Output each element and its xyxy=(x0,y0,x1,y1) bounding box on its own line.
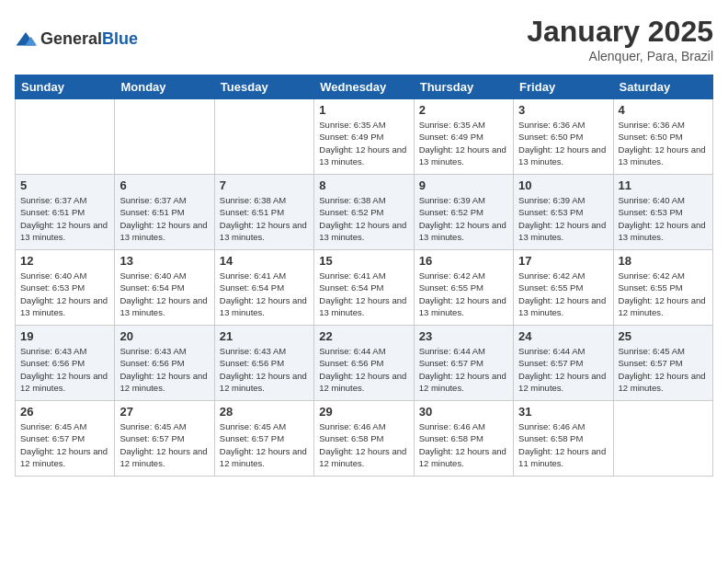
weekday-header-tuesday: Tuesday xyxy=(214,75,313,99)
calendar-cell: 17Sunrise: 6:42 AM Sunset: 6:55 PM Dayli… xyxy=(514,250,613,326)
week-row-3: 19Sunrise: 6:43 AM Sunset: 6:56 PM Dayli… xyxy=(16,326,713,401)
calendar-cell xyxy=(115,99,214,175)
month-title: January 2025 xyxy=(527,15,713,49)
day-number: 10 xyxy=(518,178,608,192)
day-info: Sunrise: 6:41 AM Sunset: 6:54 PM Dayligh… xyxy=(220,270,309,318)
calendar-cell xyxy=(214,99,313,175)
calendar-cell: 10Sunrise: 6:39 AM Sunset: 6:53 PM Dayli… xyxy=(514,175,613,250)
weekday-header-row: SundayMondayTuesdayWednesdayThursdayFrid… xyxy=(16,75,713,99)
day-info: Sunrise: 6:42 AM Sunset: 6:55 PM Dayligh… xyxy=(619,270,708,318)
day-number: 27 xyxy=(119,405,209,419)
day-info: Sunrise: 6:35 AM Sunset: 6:49 PM Dayligh… xyxy=(419,119,508,167)
location-title: Alenquer, Para, Brazil xyxy=(527,49,713,63)
calendar-cell: 14Sunrise: 6:41 AM Sunset: 6:54 PM Dayli… xyxy=(214,250,313,326)
calendar-cell: 22Sunrise: 6:44 AM Sunset: 6:56 PM Dayli… xyxy=(314,326,414,401)
day-number: 16 xyxy=(419,254,508,268)
day-info: Sunrise: 6:37 AM Sunset: 6:51 PM Dayligh… xyxy=(20,194,109,243)
day-info: Sunrise: 6:43 AM Sunset: 6:56 PM Dayligh… xyxy=(220,345,309,394)
weekday-header-saturday: Saturday xyxy=(613,75,712,99)
calendar-cell: 20Sunrise: 6:43 AM Sunset: 6:56 PM Dayli… xyxy=(115,326,214,401)
day-info: Sunrise: 6:40 AM Sunset: 6:54 PM Dayligh… xyxy=(119,270,209,318)
week-row-0: 1Sunrise: 6:35 AM Sunset: 6:49 PM Daylig… xyxy=(16,99,713,175)
week-row-1: 5Sunrise: 6:37 AM Sunset: 6:51 PM Daylig… xyxy=(16,175,713,250)
day-number: 25 xyxy=(619,329,708,343)
day-info: Sunrise: 6:39 AM Sunset: 6:52 PM Dayligh… xyxy=(419,194,508,243)
calendar-table: SundayMondayTuesdayWednesdayThursdayFrid… xyxy=(15,75,713,477)
day-info: Sunrise: 6:44 AM Sunset: 6:56 PM Dayligh… xyxy=(319,345,408,394)
day-number: 29 xyxy=(319,405,408,419)
calendar-cell: 27Sunrise: 6:45 AM Sunset: 6:57 PM Dayli… xyxy=(115,401,214,477)
day-number: 3 xyxy=(518,103,608,117)
calendar-cell: 23Sunrise: 6:44 AM Sunset: 6:57 PM Dayli… xyxy=(414,326,513,401)
day-info: Sunrise: 6:43 AM Sunset: 6:56 PM Dayligh… xyxy=(119,345,209,394)
calendar-cell: 5Sunrise: 6:37 AM Sunset: 6:51 PM Daylig… xyxy=(16,175,115,250)
calendar-cell: 4Sunrise: 6:36 AM Sunset: 6:50 PM Daylig… xyxy=(613,99,712,175)
day-info: Sunrise: 6:36 AM Sunset: 6:50 PM Dayligh… xyxy=(518,119,608,167)
header: GeneralBlue January 2025 Alenquer, Para,… xyxy=(15,15,713,63)
day-info: Sunrise: 6:46 AM Sunset: 6:58 PM Dayligh… xyxy=(419,420,508,469)
day-number: 8 xyxy=(319,178,408,192)
day-info: Sunrise: 6:45 AM Sunset: 6:57 PM Dayligh… xyxy=(119,420,209,469)
weekday-header-sunday: Sunday xyxy=(16,75,115,99)
day-number: 22 xyxy=(319,329,408,343)
calendar-cell: 31Sunrise: 6:46 AM Sunset: 6:58 PM Dayli… xyxy=(514,401,613,477)
calendar-cell: 7Sunrise: 6:38 AM Sunset: 6:51 PM Daylig… xyxy=(214,175,313,250)
day-info: Sunrise: 6:44 AM Sunset: 6:57 PM Dayligh… xyxy=(518,345,608,394)
day-number: 30 xyxy=(419,405,508,419)
day-info: Sunrise: 6:46 AM Sunset: 6:58 PM Dayligh… xyxy=(319,420,408,469)
calendar-cell xyxy=(613,401,712,477)
calendar-cell: 11Sunrise: 6:40 AM Sunset: 6:53 PM Dayli… xyxy=(613,175,712,250)
day-info: Sunrise: 6:43 AM Sunset: 6:56 PM Dayligh… xyxy=(20,345,109,394)
calendar-cell: 25Sunrise: 6:45 AM Sunset: 6:57 PM Dayli… xyxy=(613,326,712,401)
day-number: 14 xyxy=(220,254,309,268)
day-number: 26 xyxy=(20,405,109,419)
day-info: Sunrise: 6:41 AM Sunset: 6:54 PM Dayligh… xyxy=(319,270,408,318)
calendar-cell: 26Sunrise: 6:45 AM Sunset: 6:57 PM Dayli… xyxy=(16,401,115,477)
day-info: Sunrise: 6:45 AM Sunset: 6:57 PM Dayligh… xyxy=(20,420,109,469)
logo-general: General xyxy=(40,29,102,48)
day-number: 11 xyxy=(619,178,708,192)
day-info: Sunrise: 6:42 AM Sunset: 6:55 PM Dayligh… xyxy=(419,270,508,318)
day-number: 2 xyxy=(419,103,508,117)
day-number: 17 xyxy=(518,254,608,268)
day-number: 15 xyxy=(319,254,408,268)
day-number: 19 xyxy=(20,329,109,343)
logo-blue: Blue xyxy=(102,29,138,48)
weekday-header-wednesday: Wednesday xyxy=(314,75,414,99)
calendar-cell: 29Sunrise: 6:46 AM Sunset: 6:58 PM Dayli… xyxy=(314,401,414,477)
day-info: Sunrise: 6:39 AM Sunset: 6:53 PM Dayligh… xyxy=(518,194,608,243)
day-number: 1 xyxy=(319,103,408,117)
day-info: Sunrise: 6:46 AM Sunset: 6:58 PM Dayligh… xyxy=(518,420,608,469)
week-row-2: 12Sunrise: 6:40 AM Sunset: 6:53 PM Dayli… xyxy=(16,250,713,326)
day-info: Sunrise: 6:38 AM Sunset: 6:51 PM Dayligh… xyxy=(220,194,309,243)
calendar-cell: 1Sunrise: 6:35 AM Sunset: 6:49 PM Daylig… xyxy=(314,99,414,175)
logo-icon xyxy=(15,30,37,49)
calendar-cell: 2Sunrise: 6:35 AM Sunset: 6:49 PM Daylig… xyxy=(414,99,513,175)
calendar-cell: 13Sunrise: 6:40 AM Sunset: 6:54 PM Dayli… xyxy=(115,250,214,326)
calendar-cell: 9Sunrise: 6:39 AM Sunset: 6:52 PM Daylig… xyxy=(414,175,513,250)
day-number: 13 xyxy=(119,254,209,268)
title-block: January 2025 Alenquer, Para, Brazil xyxy=(527,15,713,63)
day-info: Sunrise: 6:42 AM Sunset: 6:55 PM Dayligh… xyxy=(518,270,608,318)
calendar-cell: 28Sunrise: 6:45 AM Sunset: 6:57 PM Dayli… xyxy=(214,401,313,477)
day-number: 28 xyxy=(220,405,309,419)
page: GeneralBlue January 2025 Alenquer, Para,… xyxy=(0,0,728,563)
calendar-cell: 15Sunrise: 6:41 AM Sunset: 6:54 PM Dayli… xyxy=(314,250,414,326)
calendar-cell: 30Sunrise: 6:46 AM Sunset: 6:58 PM Dayli… xyxy=(414,401,513,477)
day-info: Sunrise: 6:37 AM Sunset: 6:51 PM Dayligh… xyxy=(119,194,209,243)
calendar-cell: 12Sunrise: 6:40 AM Sunset: 6:53 PM Dayli… xyxy=(16,250,115,326)
day-number: 12 xyxy=(20,254,109,268)
day-info: Sunrise: 6:45 AM Sunset: 6:57 PM Dayligh… xyxy=(619,345,708,394)
day-number: 24 xyxy=(518,329,608,343)
calendar-cell xyxy=(16,99,115,175)
weekday-header-friday: Friday xyxy=(514,75,613,99)
day-info: Sunrise: 6:36 AM Sunset: 6:50 PM Dayligh… xyxy=(619,119,708,167)
calendar-cell: 16Sunrise: 6:42 AM Sunset: 6:55 PM Dayli… xyxy=(414,250,513,326)
weekday-header-thursday: Thursday xyxy=(414,75,513,99)
day-number: 7 xyxy=(220,178,309,192)
calendar-cell: 24Sunrise: 6:44 AM Sunset: 6:57 PM Dayli… xyxy=(514,326,613,401)
day-number: 21 xyxy=(220,329,309,343)
calendar-cell: 19Sunrise: 6:43 AM Sunset: 6:56 PM Dayli… xyxy=(16,326,115,401)
day-info: Sunrise: 6:44 AM Sunset: 6:57 PM Dayligh… xyxy=(419,345,508,394)
weekday-header-monday: Monday xyxy=(115,75,214,99)
